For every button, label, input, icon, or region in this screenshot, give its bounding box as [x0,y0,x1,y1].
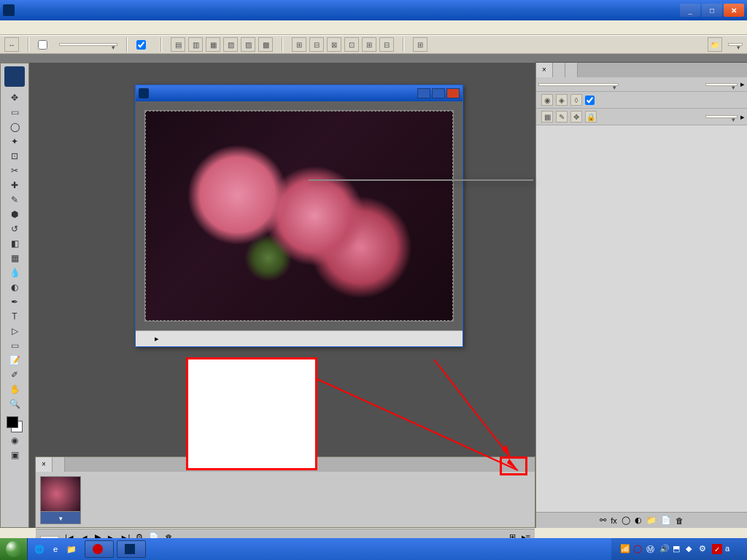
type-tool[interactable]: T [7,310,23,323]
animation-context-menu[interactable] [309,179,533,181]
tray-icon[interactable]: ◆ [686,544,696,554]
lock-all[interactable]: 🔒 [585,111,597,122]
tray-icon[interactable]: ✓ [712,544,722,554]
fx-btn[interactable]: fx [611,516,617,525]
layer-list[interactable] [536,125,747,512]
doc-close-btn[interactable] [446,88,460,98]
dist-btn[interactable]: ⊞ [362,37,376,52]
canvas[interactable] [136,101,462,330]
tab-paths[interactable] [565,63,578,77]
close-button[interactable]: ✕ [724,4,744,17]
crop-tool[interactable]: ⊡ [7,149,23,163]
notes-tool[interactable]: 📝 [7,354,23,367]
propagate-checkbox[interactable] [585,96,595,105]
lock-pos[interactable]: ✥ [570,111,582,122]
document-window[interactable]: ▸ [135,85,463,347]
dodge-tool[interactable]: ◐ [7,281,23,294]
doc-min-btn[interactable] [417,88,430,98]
slice-tool[interactable]: ✂ [7,164,23,177]
blend-mode[interactable] [538,83,619,86]
task-opera[interactable] [85,540,114,558]
unify-btn2[interactable]: ◈ [556,94,568,106]
pen-tool[interactable]: ✒ [7,295,23,308]
align-btn[interactable]: ▥ [188,37,203,52]
zoom-tool[interactable]: 🔍 [7,397,23,411]
tray-icon[interactable]: a [725,544,735,554]
align-btn[interactable]: ▦ [206,37,220,52]
heal-tool[interactable]: ✚ [7,179,23,192]
workspace-dropdown[interactable] [728,43,743,46]
dist-btn[interactable]: ⊟ [309,37,324,52]
auto-select-mode[interactable] [59,43,117,46]
lock-paint[interactable]: ✎ [556,111,568,122]
eyedropper-tool[interactable]: ✐ [7,368,23,381]
tray-icon[interactable]: ⚙ [699,544,709,554]
dist-btn[interactable]: ⊟ [379,37,394,52]
ql-icon[interactable]: 📁 [64,542,79,556]
opacity-input[interactable] [705,83,738,86]
show-controls-checkbox[interactable] [136,40,146,50]
dist-btn[interactable]: ⊠ [327,37,341,52]
align-btn[interactable]: ▤ [171,37,185,52]
gradient-tool[interactable]: ▦ [7,252,23,265]
ql-icon[interactable]: e [48,542,63,556]
frame-1[interactable]: ▾ [40,476,81,524]
system-tray[interactable]: 📶 ◯ Ⓜ 🔊 ⬒ ◆ ⚙ ✓ a [611,538,747,560]
start-button[interactable] [0,538,28,560]
wand-tool[interactable]: ✦ [7,135,23,148]
path-tool[interactable]: ▷ [7,324,23,338]
opacity-slider-arrow[interactable]: ▸ [740,79,745,89]
group-btn[interactable]: 📁 [646,516,657,525]
history-brush-tool[interactable]: ↺ [7,222,23,236]
ql-icon[interactable]: 🌐 [32,542,47,556]
auto-align-btn[interactable]: ⊞ [413,37,427,52]
link-layers-btn[interactable]: ⚯ [600,516,606,525]
align-btn[interactable]: ▩ [258,37,273,52]
ps-task-icon [125,544,135,554]
tray-icon[interactable]: ⬒ [673,544,683,554]
tray-icon[interactable]: 📶 [620,544,630,554]
document-titlebar[interactable] [136,85,462,101]
lasso-tool[interactable]: ◯ [7,120,23,133]
tab-animation[interactable]: × [36,457,53,472]
dist-btn[interactable]: ⊡ [344,37,359,52]
tray-icon[interactable]: 🔊 [659,544,670,554]
align-btn[interactable]: ▨ [241,37,255,52]
tray-icon[interactable]: ◯ [633,544,643,554]
unify-btn3[interactable]: ◊ [570,94,582,106]
lock-trans[interactable]: ▦ [541,111,553,122]
workspace-icon[interactable]: 📁 [708,37,722,52]
align-group: ▤ ▥ ▦ ▧ ▨ ▩ [171,37,273,52]
move-tool[interactable]: ✥ [7,91,23,104]
minimize-button[interactable]: _ [680,4,700,17]
task-photoshop[interactable] [117,540,146,558]
tab-layers[interactable]: × [536,63,553,77]
hand-tool[interactable]: ✋ [7,383,23,396]
color-swatch[interactable] [7,416,23,432]
marquee-tool[interactable]: ▭ [7,106,23,119]
blur-tool[interactable]: 💧 [7,266,23,279]
screenmode-tool[interactable]: ▣ [7,448,23,462]
tab-channels[interactable] [553,63,565,77]
align-btn[interactable]: ▧ [223,37,238,52]
brush-tool[interactable]: ✎ [7,193,23,206]
auto-select-checkbox[interactable] [38,40,47,50]
unify-btn1[interactable]: ◉ [541,94,553,106]
eraser-tool[interactable]: ◧ [7,237,23,250]
delete-layer-btn[interactable]: 🗑 [676,516,684,525]
fill-input[interactable] [705,115,738,118]
shape-tool[interactable]: ▭ [7,339,23,352]
mask-btn[interactable]: ◯ [622,516,630,525]
stamp-tool[interactable]: ⬢ [7,208,23,221]
maximize-button[interactable]: □ [702,4,722,17]
move-tool-preset[interactable]: ↔ [4,37,19,52]
quickmask-tool[interactable]: ◉ [7,434,23,447]
new-layer-btn[interactable]: 📄 [661,516,671,525]
doc-max-btn[interactable] [432,88,445,98]
adjustment-btn[interactable]: ◐ [635,516,642,525]
tab-measurements[interactable] [53,457,65,472]
dist-btn[interactable]: ⊞ [292,37,306,52]
fill-slider-arrow[interactable]: ▸ [740,112,745,122]
tray-icon[interactable]: Ⓜ [646,544,657,554]
annotation-box [186,357,317,470]
